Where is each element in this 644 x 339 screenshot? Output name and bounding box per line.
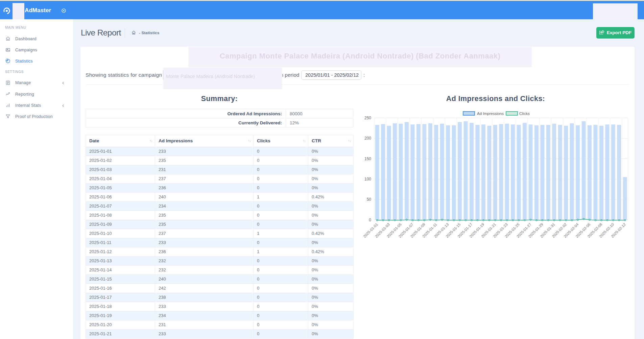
svg-text:150: 150 — [364, 156, 371, 161]
svg-text:0: 0 — [369, 218, 371, 222]
svg-text:Ad Impressions: Ad Impressions — [477, 112, 504, 116]
svg-text:50: 50 — [367, 197, 372, 202]
svg-text:250: 250 — [364, 116, 371, 120]
svg-text:100: 100 — [364, 177, 371, 181]
svg-text:200: 200 — [364, 136, 371, 141]
svg-text:Clicks: Clicks — [519, 112, 530, 116]
